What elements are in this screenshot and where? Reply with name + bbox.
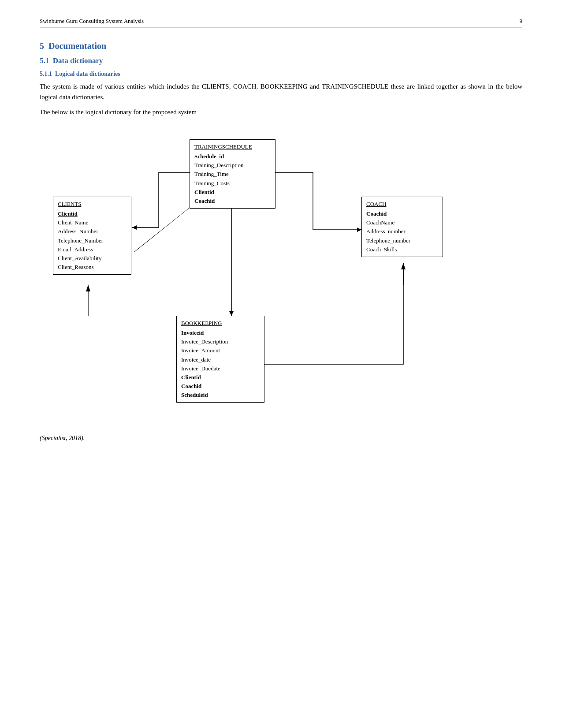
ts-field-clientid: Clientid [194,188,271,197]
bookkeeping-title: BOOKKEEPING [181,319,260,328]
bk-field-scheduleid: Scheduleid [181,391,260,399]
clients-field-phone: Telephone_Number [58,236,127,245]
ts-field-costs: Training_Costs [194,179,271,188]
coach-title: COACH [366,200,438,209]
coach-field-name: CoachName [366,218,438,227]
citation: (Specialist, 2018). [40,435,522,442]
bk-field-invoiceid: Invoiceid [181,329,260,337]
clients-field-reasons: Client_Reasons [58,263,127,272]
svg-marker-3 [229,311,234,316]
bk-field-clientid: Clientid [181,373,260,382]
svg-marker-4 [357,228,361,232]
trainingschedule-title: TRAININGSCHEDULE [194,142,271,151]
clients-field-name: Client_Name [58,218,127,227]
ts-field-desc: Training_Description [194,161,271,170]
bookkeeping-entity: BOOKKEEPING Invoiceid Invoice_Descriptio… [176,316,264,403]
coach-entity: COACH Coachid CoachName Address_number T… [361,197,443,257]
coach-field-phone: Telephone_number [366,236,438,245]
clients-entity: CLIENTS Clientid Client_Name Address_Num… [53,197,131,275]
svg-line-0 [134,208,190,252]
body-text-2: The below is the logical dictionary for … [40,107,522,117]
header-title: Swinburne Guru Consulting System Analysi… [40,18,144,25]
bk-field-date: Invoice_date [181,355,260,364]
page: Swinburne Guru Consulting System Analysi… [0,0,562,728]
clients-field-email: Email_Address [58,245,127,254]
clients-title: CLIENTS [58,200,127,209]
trainingschedule-entity: TRAININGSCHEDULE Schedule_id Training_De… [190,139,275,209]
clients-field-address: Address_Number [58,227,127,236]
svg-marker-6 [86,285,90,291]
erd-diagram: TRAININGSCHEDULE Schedule_id Training_De… [40,126,522,426]
bk-field-coachid: Coachid [181,382,260,391]
bk-field-duedate: Invoice_Duedate [181,364,260,373]
ts-field-scheduleid: Schedule_id [194,152,271,161]
ts-field-coachid: Coachid [194,197,271,205]
section5-heading: 5 Documentation [40,41,522,51]
svg-marker-8 [401,263,406,269]
coach-field-coachid: Coachid [366,209,438,218]
ts-field-time: Training_Time [194,170,271,179]
coach-field-skills: Coach_Skills [366,245,438,254]
clients-field-clientid: Clientid [58,209,127,218]
body-text-1: The system is made of various entities w… [40,81,522,102]
section51-heading: 5.1 Data dictionary [40,56,522,65]
bk-field-amount: Invoice_Amount [181,346,260,355]
bk-field-desc: Invoice_Description [181,337,260,346]
page-number: 9 [520,18,523,25]
page-header: Swinburne Guru Consulting System Analysi… [40,18,522,28]
svg-marker-1 [132,225,137,230]
diagram-connectors [40,126,522,426]
clients-field-avail: Client_Availability [58,254,127,263]
coach-field-address: Address_number [366,227,438,236]
section511-heading: 5.1.1 Logical data dictionaries [40,71,522,78]
